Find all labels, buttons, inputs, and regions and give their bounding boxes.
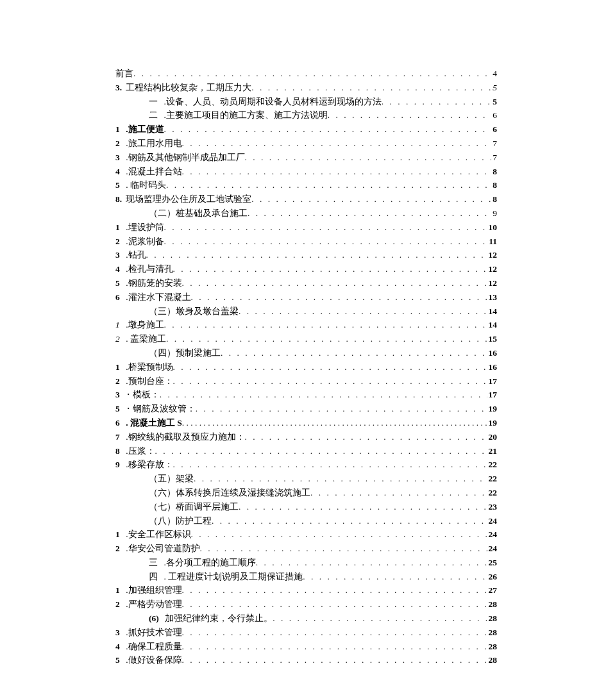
toc-title: （二）桩基础及承台施工 [149, 208, 248, 218]
toc-label: 2 .旅工用水用电 [115, 139, 182, 148]
toc-number: 5 [115, 655, 120, 665]
toc-leader-dots [182, 600, 487, 609]
toc-leader-dots [212, 517, 487, 526]
toc-entry: 2 .预制台座：17 [115, 377, 497, 386]
toc-entry: 2 . 盖梁施工15 [115, 335, 497, 344]
toc-label: 5 . 临时码头 [115, 181, 166, 190]
toc-label: 2 .严格劳动管理 [115, 600, 182, 609]
toc-entry: 5 .钢筋笼的安装12 [115, 279, 497, 288]
toc-entry: 1 .桥梁预制场16 [115, 363, 497, 372]
toc-page-number: 28 [487, 656, 498, 665]
toc-entry: (6) 加强纪律约束，令行禁止。28 [115, 614, 497, 623]
toc-page-number: 13 [487, 293, 498, 302]
toc-title: .钢筋笼的安装 [124, 278, 182, 288]
toc-leader-dots [173, 265, 487, 274]
toc-label: 1 .桥梁预制场 [115, 363, 173, 372]
toc-label: （四）预制梁施工 [149, 349, 221, 358]
toc-number: 3. [115, 83, 122, 92]
toc-label: （五）架梁 [149, 474, 194, 483]
toc-entry: 4 .检孔与清孔12 [115, 265, 497, 274]
toc-title: .钻孔 [124, 250, 146, 260]
toc-label: 2 .泥浆制备 [115, 237, 164, 246]
toc-label: 9 .移梁存放： [115, 460, 173, 469]
toc-leader-dots [221, 349, 487, 358]
toc-leader-dots [328, 111, 492, 120]
toc-number: 5 [115, 180, 120, 190]
toc-label: 三 .各分项工程的施工顺序 [149, 558, 256, 567]
toc-leader-dots [245, 433, 487, 442]
toc-leader-dots [191, 293, 487, 302]
toc-title: .旅工用水用电 [124, 138, 182, 148]
toc-leader-dots [182, 419, 487, 428]
toc-page-number: 28 [487, 628, 498, 637]
toc-page-number: 5 [491, 97, 497, 106]
toc-leader-dots [182, 586, 487, 595]
toc-number: 5 [115, 404, 120, 413]
toc-page-number: 28 [487, 642, 498, 651]
toc-label: 2 .预制台座： [115, 377, 173, 386]
toc-number: 3 [115, 390, 120, 399]
toc-number: 5 [115, 278, 120, 288]
toc-leader-dots [182, 656, 487, 665]
toc-page-number: 14 [487, 321, 498, 329]
toc-number: 4 [115, 264, 120, 274]
toc-label: 1 .埋设护筒 [115, 223, 164, 232]
toc-page-number: 27 [487, 586, 498, 595]
toc-label: 3 .抓好技术管理 [115, 628, 182, 637]
toc-entry: 3・模板：17 [115, 390, 497, 399]
toc-label: （三）墩身及墩台盖梁 [149, 307, 239, 316]
toc-leader-dots [382, 97, 492, 106]
toc-label: 1 .墩身施工 [115, 321, 164, 329]
toc-label: 8 .压浆： [115, 447, 155, 456]
toc-page-number: 16 [487, 349, 498, 358]
toc-leader-dots [239, 503, 487, 512]
toc-label: 6 . 混凝土施工 S [115, 419, 182, 428]
toc-title: .灌注水下混凝土 [124, 292, 191, 302]
toc-entry: 5 . 临时码头8 [115, 181, 497, 190]
toc-page-number: 7 [491, 153, 497, 162]
toc-leader-dots [155, 447, 487, 456]
toc-leader-dots [248, 209, 491, 218]
toc-entry: 8 .压浆：21 [115, 447, 497, 456]
toc-label: （七）桥面调平层施工 [149, 503, 239, 512]
toc-number: 1 [115, 222, 120, 232]
toc-leader-dots [173, 363, 487, 372]
toc-entry: 1 .安全工作区标识24 [115, 530, 497, 539]
toc-page-number: 24 [487, 530, 498, 539]
toc-entry: 5・钢筋及波纹管：19 [115, 404, 497, 413]
toc-label: 7 .钢绞线的截取及预应力施加： [115, 433, 245, 442]
toc-title: .做好设备保障 [124, 655, 182, 665]
toc-label: 2 .华安公司管道防护 [115, 544, 200, 553]
toc-leader-dots [251, 195, 491, 204]
toc-label: 3 .钻孔 [115, 251, 146, 260]
toc-page-number: 6 [491, 125, 497, 134]
toc-entry: 4 .确保工程质量28 [115, 642, 497, 651]
toc-leader-dots [182, 642, 487, 651]
toc-entry: 3 .钢筋及其他钢制半成品加工厂7 [115, 153, 497, 162]
toc-page-number: 26 [487, 572, 498, 581]
toc-label: 3.工程结构比较复杂，工期压力大 [115, 83, 251, 92]
toc-leader-dots [303, 572, 487, 581]
toc-number: 2 [115, 599, 120, 609]
toc-number: 四 [149, 572, 158, 581]
toc-label: （六）体系转换后连续及湿接缝浇筑施工 [149, 488, 310, 497]
toc-title: .抓好技术管理 [124, 628, 182, 637]
toc-leader-dots [194, 474, 487, 483]
toc-label: 4 .确保工程质量 [115, 642, 182, 651]
toc-leader-dots [256, 558, 487, 567]
toc-page-number: 23 [487, 503, 498, 512]
toc-title: .埋设护筒 [124, 222, 164, 232]
toc-entry: （五）架梁22 [115, 474, 497, 483]
toc-title: .安全工作区标识 [124, 529, 191, 539]
toc-page-number: 16 [487, 363, 498, 372]
toc-number: 4 [115, 642, 120, 651]
toc-entry: 二 .主要施工项目的施工方案、施工方法说明6 [115, 111, 497, 120]
toc-leader-dots [191, 530, 487, 539]
toc-number: (6) [149, 613, 159, 623]
toc-entry: （四）预制梁施工16 [115, 349, 497, 358]
toc-entry: 2 .泥浆制备11 [115, 237, 497, 246]
toc-entry: 6 .灌注水下混凝土13 [115, 293, 497, 302]
toc-title: 现场监理办公住所及工地试验室 [126, 194, 251, 204]
toc-title: .主要施工项目的施工方案、施工方法说明 [162, 110, 328, 120]
toc-title: .墩身施工 [124, 320, 164, 329]
